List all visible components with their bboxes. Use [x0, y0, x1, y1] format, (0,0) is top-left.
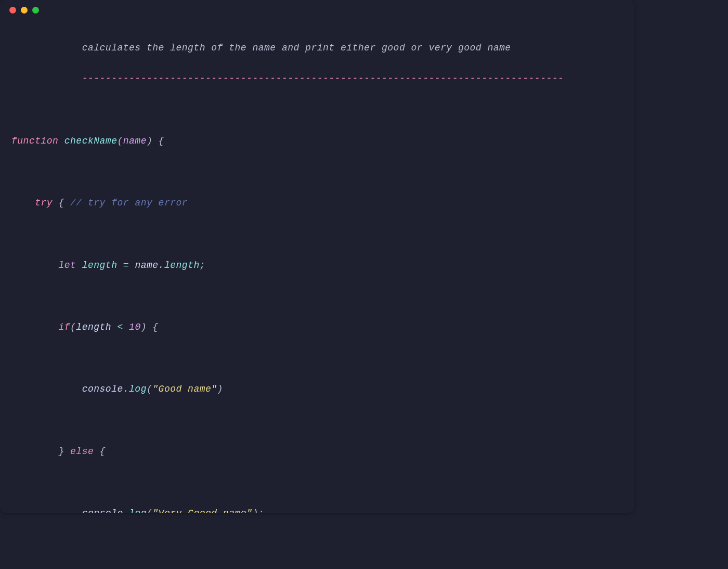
brace: {	[152, 322, 158, 332]
param: name	[123, 136, 147, 146]
paren: (	[147, 384, 152, 394]
property: length	[164, 260, 200, 270]
code-line: if(length < 10) {	[11, 320, 623, 335]
brace: {	[58, 198, 64, 208]
code-line: ----------------------------------------…	[11, 71, 623, 87]
identifier: console	[82, 384, 123, 394]
comment-dashes: ----------------------------------------…	[82, 73, 564, 84]
code-line	[11, 102, 623, 118]
semicolon: ;	[200, 260, 205, 270]
dot: .	[123, 384, 129, 394]
code-line: calculates the length of the name and pr…	[11, 41, 623, 56]
code-line: console.log("Very Goood name");	[11, 506, 623, 513]
editor-window: calculates the length of the name and pr…	[0, 0, 634, 513]
keyword-function: function	[11, 136, 58, 146]
method: log	[129, 508, 147, 513]
paren: )	[141, 322, 147, 332]
code-line: let length = name.length;	[11, 258, 623, 274]
keyword-try: try	[35, 198, 53, 208]
code-line: try { // try for any error	[11, 196, 623, 211]
dot: .	[159, 260, 164, 270]
number: 10	[129, 322, 141, 332]
comment-text: // try for any error	[70, 198, 188, 208]
string-literal: "Good name"	[152, 384, 217, 394]
titlebar	[0, 0, 634, 20]
dot: .	[123, 508, 129, 513]
code-line	[11, 475, 623, 490]
variable: length	[82, 260, 118, 270]
code-line	[11, 413, 623, 429]
paren: )	[217, 384, 223, 394]
code-line	[11, 289, 623, 304]
operator: =	[123, 260, 129, 270]
paren: )	[147, 136, 152, 146]
identifier: console	[82, 508, 123, 513]
identifier: name	[135, 260, 158, 270]
keyword-let: let	[58, 260, 76, 270]
code-line	[11, 351, 623, 367]
minimize-icon[interactable]	[21, 7, 28, 14]
code-line	[11, 227, 623, 242]
paren: (	[147, 508, 152, 513]
string-literal: "Very Goood name"	[152, 508, 252, 513]
brace: {	[100, 446, 106, 457]
code-line: console.log("Good name")	[11, 382, 623, 397]
identifier: length	[76, 322, 111, 332]
function-name: checkName	[64, 136, 118, 146]
paren: (	[70, 322, 76, 332]
semicolon: ;	[258, 508, 264, 513]
close-icon[interactable]	[9, 7, 16, 14]
comment-text: calculates the length of the name and pr…	[82, 43, 511, 53]
keyword-if: if	[58, 322, 70, 332]
brace: {	[159, 136, 164, 146]
code-editor[interactable]: calculates the length of the name and pr…	[0, 20, 634, 513]
code-line	[11, 164, 623, 180]
operator: <	[117, 322, 123, 332]
code-line: } else {	[11, 444, 623, 460]
paren: )	[252, 508, 258, 513]
maximize-icon[interactable]	[32, 7, 39, 14]
paren: (	[117, 136, 123, 146]
brace: }	[58, 446, 64, 457]
method: log	[129, 384, 147, 394]
keyword-else: else	[70, 446, 94, 457]
code-line: function checkName(name) {	[11, 134, 623, 149]
